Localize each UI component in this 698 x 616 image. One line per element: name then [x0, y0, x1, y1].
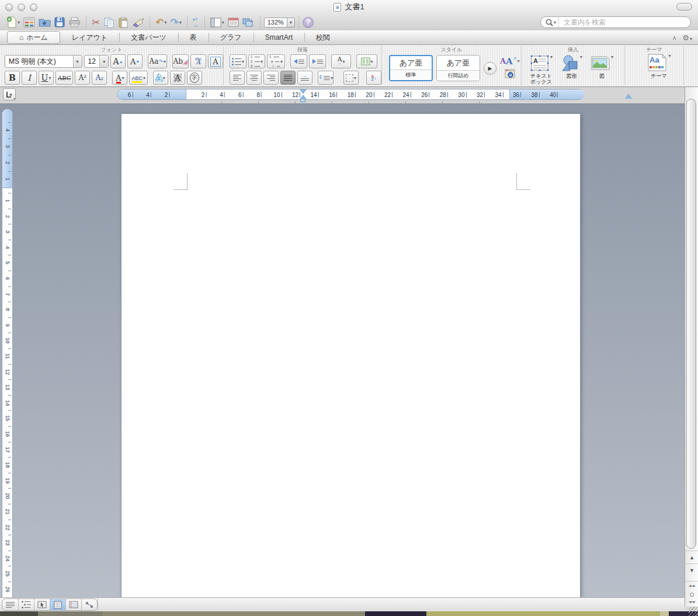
line-spacing-button[interactable]: ⇕ ▾ [318, 71, 334, 85]
picture-caret[interactable]: ▾ [611, 54, 613, 60]
tab-home[interactable]: ⌂ ホーム [7, 31, 60, 44]
cut-button[interactable]: ✂ [90, 15, 102, 30]
character-border-button[interactable]: A [208, 54, 223, 68]
window-resize-grip[interactable] [689, 607, 698, 616]
italic-button[interactable]: I [22, 71, 37, 85]
shapes-caret[interactable]: ▾ [580, 54, 582, 60]
textbox-caret[interactable]: ▾ [550, 54, 553, 60]
paste-button[interactable] [116, 15, 130, 30]
new-document-button[interactable]: ▾ [5, 15, 22, 30]
character-shading-button[interactable]: A [170, 71, 185, 85]
bold-button[interactable]: B [5, 71, 20, 85]
multilevel-list-caret[interactable]: ▾ [280, 59, 283, 64]
align-center-button[interactable] [246, 71, 262, 85]
themes-button[interactable]: Aa ▾ テーマ [634, 53, 683, 79]
scroll-down-button[interactable]: ▼ [685, 563, 698, 576]
character-scale-button[interactable]: A⇔ ▾ [331, 54, 351, 68]
enclose-characters-button[interactable]: 字 [187, 71, 202, 85]
tab-layout[interactable]: レイアウト [60, 30, 119, 44]
elements-gallery-button[interactable] [22, 15, 37, 30]
fullscreen-view-button[interactable] [81, 599, 97, 610]
toolbar-toggle-pill[interactable] [676, 3, 692, 11]
subscript-button[interactable]: A₂ [92, 71, 107, 85]
numbering-caret[interactable]: ▾ [261, 59, 263, 64]
font-size-combo[interactable]: 12 ▾ [84, 55, 109, 68]
new-document-caret[interactable]: ▾ [18, 20, 20, 25]
tab-tables[interactable]: 表 [178, 30, 209, 44]
columns-button[interactable]: ▾ [356, 54, 377, 68]
increase-indent-button[interactable] [309, 54, 326, 68]
distribute-text-button[interactable]: ⇔ [297, 71, 312, 85]
help-button[interactable]: ? [303, 17, 314, 28]
search-field[interactable]: ▾ [540, 16, 691, 28]
tab-review[interactable]: 校閲 [304, 30, 342, 44]
multilevel-list-button[interactable]: 1 a i ▾ [267, 54, 285, 68]
redo-caret[interactable]: ▾ [179, 20, 182, 25]
scrollbar-thumb[interactable] [686, 99, 696, 549]
document-page[interactable] [121, 113, 581, 597]
zoom-caret-button[interactable]: ▾ [287, 18, 295, 27]
search-input[interactable] [559, 18, 690, 26]
highlight-caret[interactable]: ▾ [143, 75, 145, 81]
show-formatting-marks-button[interactable]: ↵→ [191, 15, 201, 30]
styles-more-button[interactable]: ▶ [484, 62, 496, 75]
style-card-no-spacing[interactable]: あア亜 行間詰め [436, 55, 480, 81]
save-button[interactable] [53, 15, 67, 30]
line-spacing-caret[interactable]: ▾ [331, 75, 333, 81]
font-color-caret[interactable]: ▾ [122, 75, 124, 81]
underline-button[interactable]: U▾ [39, 71, 54, 85]
insert-picture-button[interactable]: ▾ 図 [591, 54, 613, 85]
grow-font-button[interactable]: A▲ [110, 54, 126, 68]
select-browse-object-button[interactable] [685, 590, 698, 598]
text-effects-caret[interactable]: ▾ [163, 75, 165, 81]
font-family-caret[interactable]: ▾ [73, 56, 82, 67]
undo-caret[interactable]: ▾ [165, 20, 167, 25]
document-elements-button[interactable] [226, 15, 241, 30]
tab-smartart[interactable]: SmartArt [253, 30, 304, 44]
align-right-button[interactable] [263, 71, 279, 85]
print-button[interactable] [67, 15, 82, 30]
clear-formatting-button[interactable]: Ab◢ [172, 54, 188, 68]
manage-styles-button[interactable] [505, 69, 515, 81]
vertical-scrollbar[interactable]: ▲ ▼ ⏶⏶ ⏷⏷ [685, 87, 698, 607]
change-styles-button[interactable]: A A ↗▾ [500, 56, 519, 67]
zoom-value-box[interactable]: 132% [264, 18, 287, 27]
publishing-layout-view-button[interactable] [34, 599, 50, 610]
borders-button[interactable]: ▾ [343, 71, 359, 85]
font-family-combo[interactable]: MS 明朝 (本文) ▾ [5, 55, 82, 68]
character-scale-caret[interactable]: ▾ [343, 59, 345, 64]
sort-button[interactable]: AZ ↓ [366, 71, 381, 85]
superscript-button[interactable]: A² [75, 71, 90, 85]
scroll-up-button[interactable]: ▲ [685, 551, 698, 563]
document-canvas[interactable]: 4321123456789101112131415161718192021222… [0, 103, 685, 597]
decrease-indent-button[interactable] [290, 54, 307, 68]
next-page-button[interactable]: ⏷⏷ [685, 598, 698, 607]
insert-textbox-button[interactable]: A ▾ テキストボックス [530, 54, 553, 85]
phonetic-guide-button[interactable]: abc A [190, 54, 206, 68]
collapse-ribbon-icon[interactable]: ∧ [672, 34, 676, 41]
bullets-caret[interactable]: ▾ [242, 59, 244, 64]
undo-button[interactable]: ↶ ▾ [154, 15, 168, 30]
horizontal-scrollbar-track[interactable] [98, 598, 685, 611]
tab-document-elements[interactable]: 文書パーツ [119, 30, 178, 44]
outline-view-button[interactable] [18, 599, 34, 610]
previous-page-button[interactable]: ⏶⏶ [685, 581, 698, 590]
gear-icon[interactable]: ⚙▾ [682, 33, 692, 42]
change-case-button[interactable]: Aa↷▾ [148, 54, 167, 68]
themes-caret[interactable]: ▾ [668, 53, 671, 58]
strikethrough-button[interactable]: ABC [55, 71, 73, 85]
open-button[interactable] [37, 15, 53, 30]
tab-stop-selector[interactable]: ▾ [3, 88, 16, 101]
shrink-font-button[interactable]: A▼ [127, 54, 143, 68]
notebook-layout-view-button[interactable] [65, 599, 81, 610]
horizontal-ruler[interactable]: 642246810121416182022242628303234363840 [117, 89, 584, 100]
copy-button[interactable] [102, 15, 116, 30]
sidebar-toggle-button[interactable]: ▾ [209, 15, 226, 30]
highlight-button[interactable]: ABC ▾ [129, 71, 148, 85]
first-line-indent-marker[interactable] [300, 89, 307, 94]
insert-shapes-button[interactable]: ▾ 図形 [561, 54, 582, 85]
right-indent-marker[interactable] [625, 94, 632, 99]
text-effects-button[interactable]: A ▾ [153, 71, 168, 85]
borders-caret[interactable]: ▾ [354, 75, 356, 81]
justify-button[interactable] [280, 71, 296, 85]
